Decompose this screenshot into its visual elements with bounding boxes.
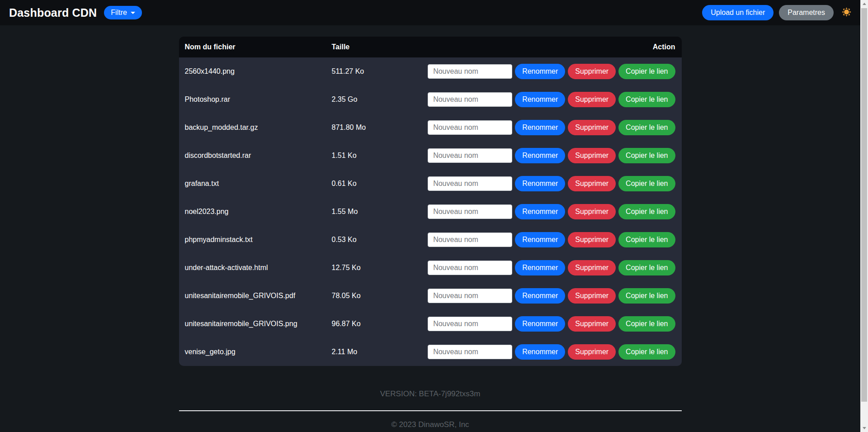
copy-link-button[interactable]: Copier le lien: [618, 316, 675, 332]
scroll-up-icon: [863, 3, 866, 5]
copy-link-button[interactable]: Copier le lien: [618, 92, 675, 107]
file-name: unitesanitairemobile_GRIVOIS.pdf: [179, 292, 332, 300]
file-name: Photoshop.rar: [179, 95, 332, 104]
file-actions: Renommer Supprimer Copier le lien: [428, 232, 681, 247]
navbar: Dashboard CDN Filtre Upload un fichier P…: [0, 0, 860, 25]
rename-input[interactable]: [428, 317, 512, 331]
scroll-down-icon: [863, 427, 866, 429]
rename-input[interactable]: [428, 92, 512, 107]
rename-input[interactable]: [428, 120, 512, 135]
file-actions: Renommer Supprimer Copier le lien: [428, 204, 681, 219]
scroll-up-button[interactable]: [860, 0, 868, 8]
filter-dropdown-button[interactable]: Filtre: [104, 6, 142, 19]
delete-label: Supprimer: [575, 208, 609, 216]
table-row: backup_modded.tar.gz 871.80 Mo Renommer …: [179, 114, 682, 142]
rename-label: Renommer: [522, 264, 558, 272]
delete-button[interactable]: Supprimer: [568, 64, 616, 79]
file-actions: Renommer Supprimer Copier le lien: [428, 344, 681, 360]
rename-button[interactable]: Renommer: [515, 64, 565, 79]
file-table-body: 2560x1440.png 511.27 Ko Renommer Supprim…: [179, 57, 682, 366]
file-size: 0.61 Ko: [332, 180, 428, 188]
file-size: 2.35 Go: [332, 95, 428, 104]
rename-button[interactable]: Renommer: [515, 92, 565, 107]
copy-link-button[interactable]: Copier le lien: [618, 260, 675, 275]
copy-link-button[interactable]: Copier le lien: [618, 120, 675, 135]
navbar-right: Upload un fichier Parametres: [702, 5, 851, 20]
file-actions: Renommer Supprimer Copier le lien: [428, 288, 681, 304]
rename-button[interactable]: Renommer: [515, 316, 565, 332]
copy-link-button[interactable]: Copier le lien: [618, 204, 675, 219]
file-actions: Renommer Supprimer Copier le lien: [428, 120, 681, 135]
file-size: 511.27 Ko: [332, 67, 428, 76]
file-size: 871.80 Mo: [332, 123, 428, 132]
settings-button[interactable]: Parametres: [779, 5, 834, 20]
vertical-scrollbar[interactable]: [860, 0, 868, 432]
delete-label: Supprimer: [575, 67, 609, 76]
rename-label: Renommer: [522, 180, 558, 188]
rename-button[interactable]: Renommer: [515, 260, 565, 275]
rename-input[interactable]: [428, 289, 512, 303]
rename-label: Renommer: [522, 348, 558, 356]
delete-button[interactable]: Supprimer: [568, 316, 616, 332]
rename-input[interactable]: [428, 148, 512, 163]
delete-label: Supprimer: [575, 95, 609, 104]
file-name: noel2023.png: [179, 208, 332, 216]
file-name: 2560x1440.png: [179, 67, 332, 76]
rename-button[interactable]: Renommer: [515, 232, 565, 247]
file-name: backup_modded.tar.gz: [179, 123, 332, 132]
table-row: under-attack-activate.html 12.75 Ko Reno…: [179, 254, 682, 282]
copy-link-label: Copier le lien: [626, 152, 668, 160]
copy-link-button[interactable]: Copier le lien: [618, 176, 675, 191]
copy-link-label: Copier le lien: [626, 123, 668, 132]
rename-input[interactable]: [428, 176, 512, 191]
delete-label: Supprimer: [575, 320, 609, 328]
delete-button[interactable]: Supprimer: [568, 120, 616, 135]
copy-link-button[interactable]: Copier le lien: [618, 148, 675, 163]
scroll-down-button[interactable]: [860, 424, 868, 432]
upload-file-button[interactable]: Upload un fichier: [702, 5, 774, 20]
rename-input[interactable]: [428, 233, 512, 247]
rename-button[interactable]: Renommer: [515, 120, 565, 135]
delete-button[interactable]: Supprimer: [568, 232, 616, 247]
rename-input[interactable]: [428, 345, 512, 359]
file-actions: Renommer Supprimer Copier le lien: [428, 92, 681, 107]
rename-button[interactable]: Renommer: [515, 176, 565, 191]
copy-link-button[interactable]: Copier le lien: [618, 344, 675, 360]
rename-button[interactable]: Renommer: [515, 288, 565, 304]
filter-dropdown-label: Filtre: [111, 9, 127, 17]
copyright-label: © 2023 DinawoSR, Inc: [0, 420, 860, 429]
delete-button[interactable]: Supprimer: [568, 176, 616, 191]
copy-link-button[interactable]: Copier le lien: [618, 232, 675, 247]
rename-button[interactable]: Renommer: [515, 344, 565, 360]
delete-button[interactable]: Supprimer: [568, 260, 616, 275]
file-size: 78.05 Ko: [332, 292, 428, 300]
delete-button[interactable]: Supprimer: [568, 148, 616, 163]
rename-label: Renommer: [522, 152, 558, 160]
copy-link-label: Copier le lien: [626, 208, 668, 216]
copy-link-button[interactable]: Copier le lien: [618, 64, 675, 79]
copy-link-label: Copier le lien: [626, 95, 668, 104]
copy-link-label: Copier le lien: [626, 348, 668, 356]
rename-input[interactable]: [428, 261, 512, 275]
rename-input[interactable]: [428, 204, 512, 219]
delete-label: Supprimer: [575, 292, 609, 300]
delete-label: Supprimer: [575, 152, 609, 160]
footer: VERSION: BETA-7j992txs3m © 2023 DinawoSR…: [0, 389, 860, 429]
delete-button[interactable]: Supprimer: [568, 204, 616, 219]
rename-button[interactable]: Renommer: [515, 148, 565, 163]
file-actions: Renommer Supprimer Copier le lien: [428, 316, 681, 332]
rename-label: Renommer: [522, 123, 558, 132]
theme-toggle-button[interactable]: [842, 7, 851, 18]
scrollbar-thumb[interactable]: [861, 8, 867, 402]
file-actions: Renommer Supprimer Copier le lien: [428, 260, 681, 275]
table-row: Photoshop.rar 2.35 Go Renommer Supprimer…: [179, 85, 682, 114]
delete-button[interactable]: Supprimer: [568, 288, 616, 304]
rename-button[interactable]: Renommer: [515, 204, 565, 219]
table-row: phpmyadminstack.txt 0.53 Ko Renommer Sup…: [179, 226, 682, 254]
delete-button[interactable]: Supprimer: [568, 92, 616, 107]
file-size: 0.53 Ko: [332, 236, 428, 244]
file-name: venise_geto.jpg: [179, 348, 332, 356]
delete-button[interactable]: Supprimer: [568, 344, 616, 360]
copy-link-button[interactable]: Copier le lien: [618, 288, 675, 304]
rename-input[interactable]: [428, 64, 512, 79]
